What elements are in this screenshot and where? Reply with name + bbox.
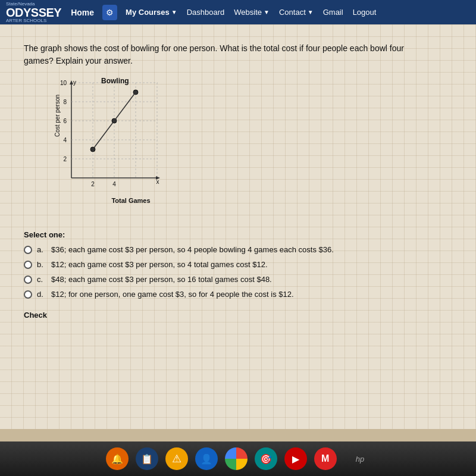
- svg-text:4: 4: [63, 137, 67, 143]
- radio-b[interactable]: [24, 261, 32, 269]
- taskbar-icon-video[interactable]: ▶: [284, 447, 307, 470]
- dashboard-link[interactable]: Dashboard: [187, 8, 225, 17]
- brand-logo: State/Nevada ODYSSEY ARTER SCHOOLS: [6, 2, 61, 23]
- taskbar-icon-user[interactable]: 👤: [195, 447, 218, 470]
- option-c[interactable]: c. $48; each game cost $3 per person, so…: [24, 275, 452, 284]
- option-b[interactable]: b. $12; each game cost $3 per person, so…: [24, 260, 452, 269]
- option-a-text: $36; each game cost $3 per person, so 4 …: [51, 245, 334, 254]
- svg-text:4: 4: [112, 181, 116, 187]
- option-b-text: $12; each game cost $3 per person, so 4 …: [51, 260, 268, 269]
- taskbar: 🔔 📋 ⚠ 👤 🎯 ▶ M hp: [0, 441, 476, 476]
- my-courses-dropdown-icon: ▼: [171, 9, 177, 15]
- graph-title: Bowling: [101, 77, 129, 85]
- navbar: State/Nevada ODYSSEY ARTER SCHOOLS Home …: [0, 0, 476, 24]
- gear-button[interactable]: ⚙: [102, 5, 117, 20]
- svg-text:2: 2: [91, 181, 95, 187]
- brand-charter: ARTER SCHOOLS: [6, 18, 61, 23]
- content-area: The graph shows the cost of bowling for …: [0, 24, 476, 429]
- taskbar-icon-target[interactable]: 🎯: [255, 447, 277, 470]
- hp-logo: hp: [356, 455, 364, 464]
- svg-line-25: [93, 121, 114, 149]
- gear-icon: ⚙: [106, 8, 114, 17]
- my-courses-link[interactable]: My Courses ▼: [126, 8, 177, 17]
- svg-line-26: [114, 92, 136, 121]
- svg-text:y: y: [73, 79, 76, 86]
- target-icon: 🎯: [260, 453, 272, 465]
- gmail-icon: M: [321, 453, 329, 464]
- option-a-letter: a.: [37, 245, 46, 254]
- taskbar-icon-notification[interactable]: 🔔: [106, 447, 129, 470]
- contact-link[interactable]: Contact ▼: [279, 8, 314, 17]
- svg-text:6: 6: [63, 118, 67, 124]
- options-list: a. $36; each game cost $3 per person, so…: [24, 245, 452, 299]
- svg-text:2: 2: [63, 156, 67, 162]
- option-d-letter: d.: [37, 290, 46, 299]
- gmail-link[interactable]: Gmail: [323, 8, 343, 17]
- option-c-letter: c.: [37, 275, 46, 284]
- select-one-label: Select one:: [24, 230, 452, 239]
- option-d-text: $12; for one person, one game cost $3, s…: [51, 290, 294, 299]
- taskbar-icon-gmail[interactable]: M: [314, 447, 337, 470]
- option-d[interactable]: d. $12; for one person, one game cost $3…: [24, 290, 452, 299]
- website-link[interactable]: Website ▼: [234, 8, 270, 17]
- files-icon: 📋: [141, 453, 153, 465]
- svg-text:x: x: [156, 178, 159, 185]
- radio-a[interactable]: [24, 246, 32, 254]
- website-dropdown-icon: ▼: [264, 9, 270, 15]
- svg-text:8: 8: [63, 99, 67, 105]
- play-icon: ▶: [292, 453, 299, 465]
- x-axis-label: Total Games: [89, 197, 173, 204]
- logout-link[interactable]: Logout: [353, 8, 377, 17]
- y-axis-label: Cost per person: [54, 92, 61, 140]
- graph-area: Bowling Cost per person: [54, 77, 173, 204]
- option-c-text: $48; each game cost $3 per person, so 16…: [51, 275, 272, 284]
- warning-icon: ⚠: [172, 452, 181, 465]
- graph-svg: 10 8 6 4 2 2 4 x y: [54, 77, 164, 196]
- option-b-letter: b.: [37, 260, 46, 269]
- radio-d[interactable]: [24, 290, 32, 299]
- brand-name: ODYSSEY: [6, 7, 61, 18]
- user-icon: 👤: [201, 453, 212, 465]
- taskbar-icon-warning[interactable]: ⚠: [165, 447, 188, 470]
- taskbar-icon-files[interactable]: 📋: [136, 447, 158, 470]
- check-button[interactable]: Check: [24, 311, 47, 320]
- taskbar-icon-chrome[interactable]: [225, 447, 248, 470]
- option-a[interactable]: a. $36; each game cost $3 per person, so…: [24, 245, 452, 254]
- notification-icon: 🔔: [111, 453, 123, 465]
- contact-dropdown-icon: ▼: [308, 9, 314, 15]
- graph-container: Bowling Cost per person: [30, 77, 173, 220]
- question-text: The graph shows the cost of bowling for …: [24, 42, 428, 67]
- svg-text:10: 10: [60, 80, 67, 86]
- radio-c[interactable]: [24, 275, 32, 284]
- home-link[interactable]: Home: [71, 8, 94, 17]
